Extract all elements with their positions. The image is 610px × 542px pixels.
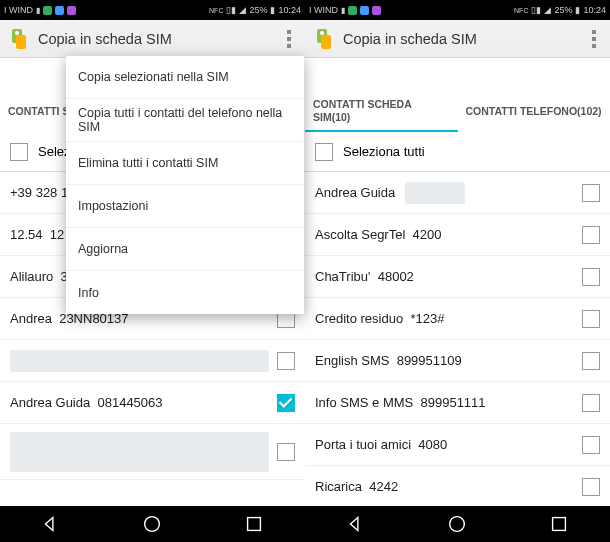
list-item[interactable]: ChaTribu' 48002 (305, 256, 610, 298)
menu-info[interactable]: Info (66, 271, 304, 314)
home-button[interactable] (446, 513, 468, 535)
redacted-number (405, 182, 465, 204)
redacted-contact (10, 350, 269, 372)
svg-rect-1 (16, 35, 26, 49)
contact-checkbox[interactable] (582, 478, 600, 496)
carrier-label: I WIND (4, 5, 33, 15)
carrier-label: I WIND (309, 5, 338, 15)
tabs: CONTATTI SCHEDA SIM(10) CONTATTI TELEFON… (305, 92, 610, 132)
contact-list: Andrea Guida Ascolta SegrTel 4200 ChaTri… (305, 172, 610, 506)
contact-checkbox[interactable] (582, 226, 600, 244)
status-bar: I WIND ▮ NFC ▯▮◢ 25% ▮ 10:24 (0, 0, 305, 20)
svg-point-2 (15, 31, 19, 35)
contact-checkbox[interactable] (582, 268, 600, 286)
back-button[interactable] (345, 513, 367, 535)
svg-rect-9 (553, 518, 566, 531)
home-button[interactable] (141, 513, 163, 535)
svg-point-8 (450, 517, 465, 532)
list-item[interactable]: Porta i tuoi amici 4080 (305, 424, 610, 466)
overflow-menu: Copia selezionati nella SIM Copia tutti … (66, 56, 304, 314)
menu-delete-all[interactable]: Elimina tutti i contatti SIM (66, 142, 304, 185)
clock: 10:24 (583, 5, 606, 15)
list-item[interactable]: Ricarica 4242 (305, 466, 610, 506)
recent-button[interactable] (243, 513, 265, 535)
clock: 10:24 (278, 5, 301, 15)
navigation-bar (0, 506, 305, 542)
svg-point-7 (320, 31, 324, 35)
list-item[interactable]: Andrea Guida (305, 172, 610, 214)
contact-checkbox[interactable] (582, 436, 600, 454)
contact-checkbox[interactable] (582, 352, 600, 370)
recent-button[interactable] (548, 513, 570, 535)
select-all-row[interactable]: Seleziona tutti (305, 132, 610, 172)
navigation-bar (305, 506, 610, 542)
select-all-label: Seleziona tutti (343, 144, 425, 159)
contact-checkbox[interactable] (277, 443, 295, 461)
back-button[interactable] (40, 513, 62, 535)
app-title: Copia in scheda SIM (343, 31, 584, 47)
list-item[interactable]: Info SMS e MMS 899951111 (305, 382, 610, 424)
battery-label: 25% (249, 5, 267, 15)
svg-rect-6 (321, 35, 331, 49)
list-item[interactable] (0, 340, 305, 382)
list-item[interactable] (0, 424, 305, 480)
contact-checkbox[interactable] (277, 352, 295, 370)
app-bar: Copia in scheda SIM (0, 20, 305, 58)
select-all-checkbox[interactable] (315, 143, 333, 161)
list-item[interactable]: Credito residuo *123# (305, 298, 610, 340)
app-bar: Copia in scheda SIM (305, 20, 610, 58)
tab-sim[interactable]: CONTATTI SCHEDA SIM(10) (305, 92, 458, 132)
contact-checkbox[interactable] (582, 310, 600, 328)
tab-phone[interactable]: CONTATTI TELEFONO(102) (458, 92, 611, 132)
menu-refresh[interactable]: Aggiorna (66, 228, 304, 271)
contact-checkbox[interactable] (582, 184, 600, 202)
menu-copy-all[interactable]: Copia tutti i contatti del telefono nell… (66, 99, 304, 142)
overflow-menu-button[interactable] (279, 30, 299, 48)
list-item[interactable]: English SMS 899951109 (305, 340, 610, 382)
menu-settings[interactable]: Impostazioni (66, 185, 304, 228)
overflow-menu-button[interactable] (584, 30, 604, 48)
select-all-checkbox[interactable] (10, 143, 28, 161)
menu-copy-selected[interactable]: Copia selezionati nella SIM (66, 56, 304, 99)
svg-rect-4 (248, 518, 261, 531)
list-item[interactable]: Ascolta SegrTel 4200 (305, 214, 610, 256)
app-icon (6, 27, 30, 51)
contact-checkbox[interactable] (582, 394, 600, 412)
screen-left: I WIND ▮ NFC ▯▮◢ 25% ▮ 10:24 Copia in sc… (0, 0, 305, 542)
svg-point-3 (145, 517, 160, 532)
battery-label: 25% (554, 5, 572, 15)
status-bar: I WIND ▮ NFC ▯▮◢ 25% ▮ 10:24 (305, 0, 610, 20)
contact-checkbox[interactable] (277, 394, 295, 412)
redacted-contact (10, 432, 269, 472)
app-title: Copia in scheda SIM (38, 31, 279, 47)
app-icon (311, 27, 335, 51)
list-item[interactable]: Andrea Guida 081445063 (0, 382, 305, 424)
screen-right: I WIND ▮ NFC ▯▮◢ 25% ▮ 10:24 Copia in sc… (305, 0, 610, 542)
